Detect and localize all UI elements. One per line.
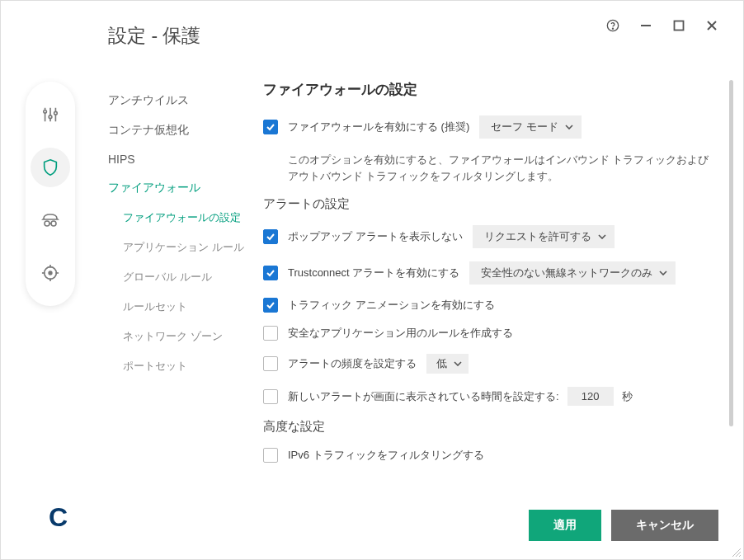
duration-label: 新しいアラートが画面に表示されている時間を設定する:: [288, 389, 559, 404]
svg-line-23: [739, 555, 741, 557]
spy-icon[interactable]: [31, 200, 70, 240]
firewall-mode-value: セーフ モード: [491, 120, 558, 134]
advanced-heading: 高度な設定: [263, 419, 717, 435]
svg-point-1: [612, 28, 613, 29]
animation-label: トラフィック アニメーションを有効にする: [288, 298, 495, 313]
nav-sub-global-rules[interactable]: グローバル ルール: [123, 263, 257, 293]
nav-container[interactable]: コンテナ仮想化: [108, 116, 257, 146]
duration-checkbox[interactable]: [263, 389, 278, 404]
trustconnect-checkbox[interactable]: [263, 266, 278, 280]
trustconnect-value: 安全性のない無線ネットワークのみ: [481, 266, 652, 280]
help-icon[interactable]: [605, 17, 621, 34]
nav-sub-network-zones[interactable]: ネットワーク ゾーン: [123, 322, 257, 352]
trustconnect-label: Trustconnect アラートを有効にする: [288, 266, 459, 280]
svg-point-12: [45, 221, 49, 226]
popup-action-value: リクエストを許可する: [484, 229, 591, 244]
chevron-down-icon: [565, 125, 573, 129]
ipv6-checkbox[interactable]: [263, 448, 278, 463]
chevron-down-icon: [598, 234, 606, 239]
window-controls: [605, 17, 720, 34]
nav-firewall-sub: ファイアウォールの設定 アプリケーション ルール グローバル ルール ルールセッ…: [123, 204, 257, 382]
enable-firewall-label: ファイアウォールを有効にする (推奨): [288, 120, 469, 134]
firewall-mode-dropdown[interactable]: セーフ モード: [479, 115, 582, 139]
popup-alert-checkbox[interactable]: [263, 229, 278, 244]
scrollbar-thumb[interactable]: [729, 80, 733, 426]
svg-point-10: [49, 115, 52, 119]
enable-firewall-checkbox[interactable]: [263, 120, 278, 134]
duration-input[interactable]: 120: [567, 387, 614, 406]
enable-firewall-desc: このオプションを有効にすると、ファイアウォールはインバウンド トラフィックおよび…: [288, 152, 717, 185]
alert-heading: アラートの設定: [263, 196, 717, 212]
nav-sub-app-rules[interactable]: アプリケーション ルール: [123, 233, 257, 263]
shield-icon[interactable]: [31, 148, 70, 187]
ipv6-label: IPv6 トラフィックをフィルタリングする: [288, 448, 484, 463]
chevron-down-icon: [659, 271, 667, 275]
freq-checkbox[interactable]: [263, 356, 278, 371]
duration-unit: 秒: [622, 389, 633, 404]
nav-sidebar: アンチウイルス コンテナ仮想化 HIPS ファイアウォール ファイアウォールの設…: [108, 87, 257, 382]
nav-hips[interactable]: HIPS: [108, 146, 257, 174]
page-heading: ファイアウォールの設定: [263, 80, 717, 99]
svg-rect-3: [675, 21, 684, 31]
svg-point-11: [54, 111, 58, 115]
nav-antivirus[interactable]: アンチウイルス: [108, 87, 257, 116]
minimize-icon[interactable]: [638, 17, 654, 34]
safeapp-checkbox[interactable]: [263, 326, 278, 341]
apply-button[interactable]: 適用: [529, 510, 601, 541]
nav-firewall[interactable]: ファイアウォール: [108, 174, 257, 204]
freq-dropdown[interactable]: 低: [426, 354, 469, 374]
nav-sub-rulesets[interactable]: ルールセット: [123, 293, 257, 322]
popup-action-dropdown[interactable]: リクエストを許可する: [473, 225, 615, 248]
svg-point-9: [44, 111, 47, 114]
freq-label: アラートの頻度を設定する: [288, 356, 417, 371]
animation-checkbox[interactable]: [263, 298, 278, 313]
freq-value: 低: [436, 356, 447, 371]
nav-sub-portsets[interactable]: ポートセット: [123, 352, 257, 382]
sliders-icon[interactable]: [31, 95, 70, 134]
maximize-icon[interactable]: [671, 17, 687, 34]
trustconnect-dropdown[interactable]: 安全性のない無線ネットワークのみ: [469, 261, 676, 285]
chevron-down-icon: [454, 361, 462, 366]
svg-point-16: [49, 271, 52, 275]
icon-sidebar: [26, 82, 75, 306]
svg-point-13: [51, 221, 56, 226]
resize-grip[interactable]: [730, 546, 742, 558]
nav-sub-firewall-settings[interactable]: ファイアウォールの設定: [123, 204, 257, 233]
target-icon[interactable]: [31, 253, 70, 293]
footer: 適用 キャンセル: [529, 510, 718, 541]
logo: C: [49, 502, 67, 533]
main-content: ファイアウォールの設定 ファイアウォールを有効にする (推奨) セーフ モード …: [263, 80, 717, 484]
popup-alert-label: ポップアップ アラートを表示しない: [288, 229, 463, 244]
cancel-button[interactable]: キャンセル: [611, 510, 718, 541]
safeapp-label: 安全なアプリケーション用のルールを作成する: [288, 326, 513, 341]
close-icon[interactable]: [704, 17, 720, 34]
